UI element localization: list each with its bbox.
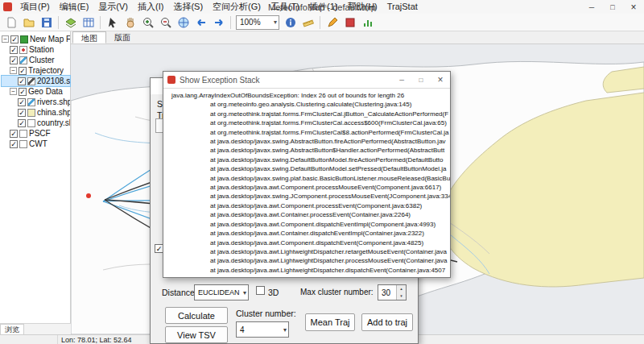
menu-insert[interactable]: 插入(I) <box>133 0 168 14</box>
tree-item-new-map-frame[interactable]: New Map Frame <box>2 34 70 44</box>
layer-checkbox[interactable] <box>10 130 18 138</box>
max-cluster-spinner[interactable]: 30 ▴▾ <box>378 284 407 300</box>
stack-line: at java.desktop/java.awt.Container.dispa… <box>163 275 450 277</box>
tree-item-china-shp[interactable]: china.shp <box>2 107 70 118</box>
tree-item-label: rivers.shp <box>37 97 70 106</box>
collapse-icon[interactable] <box>10 88 17 95</box>
minimize-icon[interactable] <box>581 0 602 14</box>
checkbox-3d[interactable] <box>256 286 265 295</box>
map-frame-icon <box>20 35 28 44</box>
menu-edit[interactable]: 编辑(E) <box>55 0 94 14</box>
maximize-icon[interactable] <box>411 72 431 88</box>
exception-dialog-titlebar[interactable]: Show Exception Stack <box>163 72 450 88</box>
zoom-level-combo[interactable]: 100% ▾ <box>236 15 279 30</box>
exception-dialog: Show Exception Stack java.lang.ArrayInde… <box>163 71 451 278</box>
distance-label: Distance: <box>162 288 197 297</box>
layer-checkbox[interactable] <box>10 140 18 148</box>
close-icon[interactable] <box>623 0 644 14</box>
zoom-next-icon[interactable] <box>210 15 227 31</box>
collapse-icon[interactable] <box>10 67 17 74</box>
label-red-icon[interactable] <box>341 15 358 31</box>
exception-dialog-title: Show Exception Stack <box>180 76 260 85</box>
layer-checkbox[interactable] <box>19 67 27 75</box>
tree-item-station[interactable]: Station <box>2 44 70 55</box>
identify-icon[interactable] <box>282 15 299 31</box>
panel-tab-browse[interactable]: 浏览 <box>0 324 24 334</box>
toolbar-separator <box>230 16 231 29</box>
layer-checkbox[interactable] <box>18 98 26 106</box>
add-layer-icon[interactable] <box>62 15 79 31</box>
zoom-previous-icon[interactable] <box>192 15 209 31</box>
distance-combo[interactable]: EUCLIDEAN ▾ <box>194 284 249 300</box>
zoom-out-icon[interactable] <box>157 15 174 31</box>
tree-item-label: country.shp <box>37 118 70 127</box>
collapse-icon[interactable] <box>2 35 9 43</box>
stack-line: at java.desktop/java.awt.LightweightDisp… <box>163 266 450 275</box>
grid-layer-icon <box>19 140 27 148</box>
stack-line: at java.desktop/javax.swing.AbstractButt… <box>163 137 450 146</box>
save-icon[interactable] <box>38 15 55 31</box>
cluster-number-combo[interactable]: 4 ▾ <box>236 321 289 338</box>
window-controls <box>581 0 644 14</box>
tree-item-trajectory[interactable]: Trajectory <box>2 65 70 76</box>
calculate-button[interactable]: Calculate <box>165 307 228 324</box>
spinner-up-icon[interactable]: ▴ <box>397 285 406 292</box>
layer-checkbox[interactable] <box>19 88 27 96</box>
spinner-down-icon[interactable]: ▾ <box>397 292 406 300</box>
stack-line: at java.desktop/java.awt.LightweightDisp… <box>163 256 450 265</box>
chart-green-icon[interactable] <box>359 15 376 31</box>
edit-pencil-icon[interactable] <box>324 15 341 31</box>
tree-item-label: china.shp <box>37 108 70 117</box>
layer-checkbox[interactable] <box>18 77 26 85</box>
stack-trace-area[interactable]: java.lang.ArrayIndexOutOfBoundsException… <box>163 88 450 277</box>
chevron-down-icon: ▾ <box>274 19 277 26</box>
layer-checkbox[interactable] <box>18 109 26 117</box>
menu-view[interactable]: 显示(V) <box>93 0 133 14</box>
line-layer-icon <box>27 98 35 106</box>
menu-select[interactable]: 选择(S) <box>168 0 208 14</box>
full-extent-icon[interactable] <box>175 15 192 31</box>
tab-map[interactable]: 地图 <box>72 31 106 44</box>
tree-item-cwt[interactable]: CWT <box>2 139 70 149</box>
stack-line: at org.meteoinfo.geo.analysis.Clustering… <box>163 100 450 109</box>
attribute-table-icon[interactable] <box>80 15 97 31</box>
spinner-arrows[interactable]: ▴▾ <box>396 285 406 300</box>
tree-item-geo-data[interactable]: Geo Data <box>2 86 70 97</box>
layers-panel: New Map Frame Station Cluster Trajectory <box>0 31 71 334</box>
tree-item-rivers-shp[interactable]: rivers.shp <box>2 97 70 107</box>
tree-item-country-shp[interactable]: country.shp <box>2 118 70 128</box>
zoom-level-value: 100% <box>240 18 261 27</box>
mean-traj-button[interactable]: Mean Traj <box>305 313 355 331</box>
close-icon[interactable] <box>431 72 450 88</box>
tree-item-label: Station <box>29 45 54 54</box>
layer-checkbox[interactable] <box>10 46 18 54</box>
tab-layout[interactable]: 版面 <box>106 31 138 44</box>
menu-trajstat[interactable]: TrajStat <box>382 0 423 14</box>
layer-checkbox[interactable] <box>10 56 18 64</box>
menu-project[interactable]: 项目(P) <box>15 0 55 14</box>
new-file-icon[interactable] <box>2 15 19 31</box>
station-marker <box>86 193 91 198</box>
tree-item-cluster[interactable]: Cluster <box>2 55 70 65</box>
toolbar-separator <box>100 16 101 29</box>
layers-tree: New Map Frame Station Cluster Trajectory <box>0 31 70 149</box>
layer-checkbox[interactable] <box>18 119 26 127</box>
tree-item-202108-shp[interactable]: 202108.shp <box>2 76 70 86</box>
stack-line: java.lang.ArrayIndexOutOfBoundsException… <box>163 91 450 100</box>
maximize-icon[interactable] <box>602 0 623 14</box>
tree-item-pscf[interactable]: PSCF <box>2 128 70 139</box>
zoom-in-icon[interactable] <box>139 15 156 31</box>
minimize-icon[interactable] <box>392 72 411 88</box>
status-cell <box>0 335 58 344</box>
open-folder-icon[interactable] <box>20 15 37 31</box>
select-arrow-icon[interactable] <box>104 15 121 31</box>
measure-icon[interactable] <box>299 15 316 31</box>
add-to-traj-button[interactable]: Add to traj <box>361 313 413 331</box>
stack-line: at java.desktop/java.awt.LightweightDisp… <box>163 247 450 256</box>
tree-item-label: PSCF <box>29 129 51 138</box>
stack-line: at org.meteothink.trajstat.forms.FrmClus… <box>163 110 450 118</box>
view-tsv-button[interactable]: View TSV <box>165 326 228 343</box>
pan-hand-icon[interactable] <box>122 15 138 31</box>
menu-spatial-analysis[interactable]: 空间分析(G) <box>208 0 266 14</box>
layer-checkbox[interactable] <box>10 35 19 44</box>
